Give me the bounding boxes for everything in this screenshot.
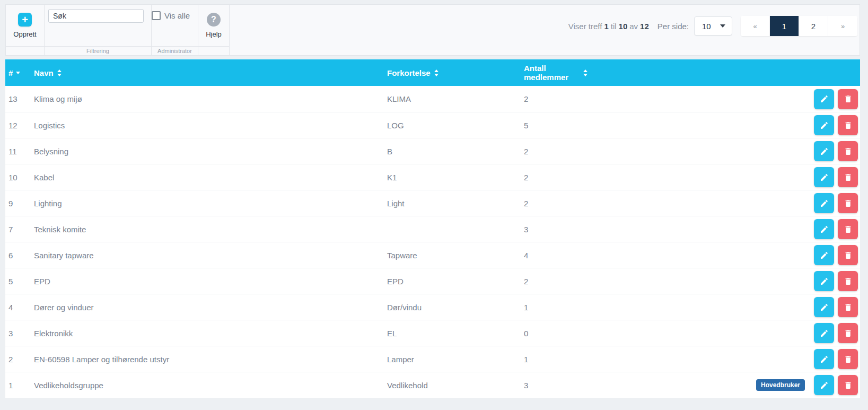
pencil-icon (820, 199, 829, 208)
row-id: 1 (5, 381, 34, 390)
delete-button[interactable] (838, 115, 858, 135)
table-body: 13 Klima og mijø KLIMA 2 12 Logistics LO… (5, 86, 860, 398)
pagination-prev-button[interactable]: « (741, 16, 770, 36)
row-id: 13 (5, 94, 34, 103)
delete-button[interactable] (838, 245, 858, 265)
pencil-icon (820, 303, 829, 312)
row-id: 2 (5, 355, 34, 364)
trash-icon (844, 381, 853, 390)
help-button-label: Hjelp (206, 30, 222, 38)
pencil-icon (820, 329, 829, 338)
row-name: Elektronikk (34, 329, 387, 338)
create-button[interactable]: + Opprett (13, 13, 36, 38)
pencil-icon (820, 251, 829, 260)
delete-button[interactable] (838, 297, 858, 317)
delete-button[interactable] (838, 323, 858, 343)
edit-button[interactable] (814, 115, 834, 135)
column-header-members[interactable]: Antall medlemmer (524, 64, 588, 82)
table-row: 12 Logistics LOG 5 (5, 112, 860, 138)
pencil-icon (820, 225, 829, 234)
pencil-icon (820, 121, 829, 130)
edit-button[interactable] (814, 193, 834, 213)
edit-button[interactable] (814, 375, 834, 395)
per-page-label: Per side: (657, 22, 689, 31)
table-row: 11 Belysning B 2 (5, 138, 860, 164)
main-user-badge: Hovedbruker (756, 379, 805, 391)
edit-button[interactable] (814, 245, 834, 265)
row-abbr: EL (387, 329, 524, 338)
per-page-control: Per side: 10 (657, 16, 732, 36)
pagination-page-1[interactable]: 1 (770, 16, 799, 36)
column-header-abbr[interactable]: Forkortelse (387, 68, 524, 77)
row-id: 12 (5, 121, 34, 130)
trash-icon (844, 173, 853, 182)
column-header-id[interactable]: # (5, 68, 34, 77)
toolbar: + Opprett Filtrering Vis alle Administra… (5, 4, 860, 56)
row-abbr: K1 (387, 173, 524, 182)
pencil-icon (820, 277, 829, 286)
per-page-value: 10 (702, 22, 711, 31)
delete-button[interactable] (838, 141, 858, 161)
pencil-icon (820, 147, 829, 156)
pagination: « 1 2 » (741, 16, 857, 36)
row-name: Dører og vinduer (34, 303, 387, 312)
table-row: 5 EPD EPD 2 (5, 268, 860, 294)
edit-button[interactable] (814, 167, 834, 187)
question-mark-icon: ? (207, 13, 221, 27)
row-name: Lighting (34, 199, 387, 208)
table-row: 4 Dører og vinduer Dør/vindu 1 (5, 294, 860, 320)
search-input[interactable] (48, 9, 144, 23)
delete-button[interactable] (838, 375, 858, 395)
delete-button[interactable] (838, 219, 858, 239)
row-name: Klima og mijø (34, 94, 387, 103)
delete-button[interactable] (838, 349, 858, 369)
row-name: EPD (34, 277, 387, 286)
sort-icon (583, 69, 588, 76)
row-id: 4 (5, 303, 34, 312)
edit-button[interactable] (814, 271, 834, 291)
pagination-page-2[interactable]: 2 (799, 16, 828, 36)
trash-icon (844, 121, 853, 130)
row-name: Logistics (34, 121, 387, 130)
delete-button[interactable] (838, 193, 858, 213)
row-members: 3 (524, 381, 588, 390)
per-page-select[interactable]: 10 (694, 16, 732, 36)
column-header-name[interactable]: Navn (34, 68, 387, 77)
row-members: 3 (524, 225, 588, 234)
table-row: 3 Elektronikk EL 0 (5, 320, 860, 346)
toolbar-cell-create: + Opprett (6, 5, 45, 55)
show-all-toggle[interactable]: Vis alle (152, 11, 190, 20)
row-members: 2 (524, 199, 588, 208)
trash-icon (844, 355, 853, 364)
table-row: 6 Sanitary tapware Tapware 4 (5, 242, 860, 268)
table-row: 2 EN-60598 Lamper og tilhørende utstyr L… (5, 346, 860, 372)
results-total: 12 (640, 22, 649, 31)
help-button[interactable]: ? Hjelp (206, 13, 222, 38)
delete-button[interactable] (838, 271, 858, 291)
pagination-next-button[interactable]: » (828, 16, 857, 36)
edit-button[interactable] (814, 297, 834, 317)
delete-button[interactable] (838, 89, 858, 109)
row-name: Kabel (34, 173, 387, 182)
row-abbr: Tapware (387, 251, 524, 260)
trash-icon (844, 199, 853, 208)
edit-button[interactable] (814, 89, 834, 109)
trash-icon (844, 329, 853, 338)
delete-button[interactable] (838, 167, 858, 187)
toolbar-cell-filter: Filtrering (45, 5, 152, 55)
sort-icon (434, 69, 439, 76)
row-abbr: Vedlikehold (387, 381, 524, 390)
row-members: 1 (524, 303, 588, 312)
filter-section-label: Filtrering (45, 47, 151, 55)
table-row: 9 Lighting Light 2 (5, 190, 860, 216)
create-button-label: Opprett (13, 30, 36, 38)
trash-icon (844, 303, 853, 312)
edit-button[interactable] (814, 349, 834, 369)
show-all-checkbox[interactable] (152, 11, 161, 20)
edit-button[interactable] (814, 219, 834, 239)
edit-button[interactable] (814, 141, 834, 161)
show-all-label[interactable]: Vis alle (164, 11, 190, 20)
row-members: 2 (524, 277, 588, 286)
row-name: Sanitary tapware (34, 251, 387, 260)
edit-button[interactable] (814, 323, 834, 343)
